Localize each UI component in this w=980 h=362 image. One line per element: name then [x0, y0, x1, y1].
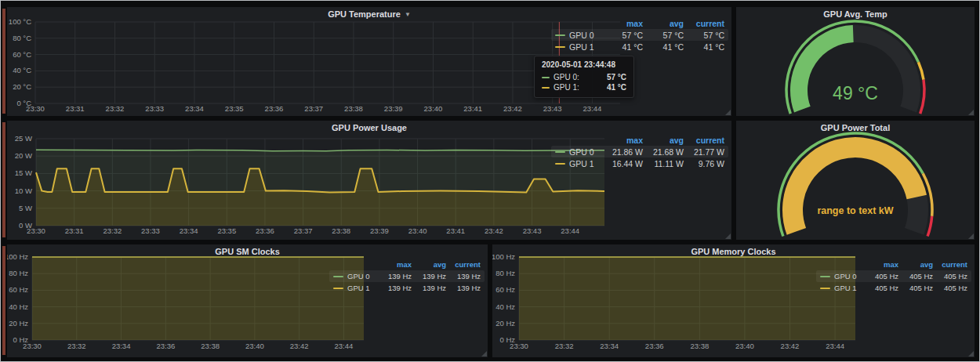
tooltip-series-value: 41 °C [599, 83, 626, 92]
x-tick-label: 23:40 [735, 342, 754, 350]
y-tick-label: 80 Hz [495, 269, 515, 277]
legend-stat-value: 21.86 W [602, 147, 643, 157]
gpu-power-total-gauge: range to text kW [736, 121, 975, 240]
series-color-marker [555, 163, 565, 165]
legend-row: GPU 116.44 W11.11 W9.76 W [551, 157, 728, 169]
x-tick-label: 23:43 [543, 104, 562, 113]
panel-title-gpu-sm-clocks[interactable]: GPU SM Clocks [7, 247, 488, 256]
series-color-marker [555, 46, 565, 48]
legend-stat-value: 41 °C [643, 42, 684, 52]
x-tick-label: 23:38 [344, 104, 363, 113]
legend-stat-value: 405 Hz [864, 272, 898, 281]
legend-stat-value: 139 Hz [377, 284, 412, 292]
panel-gpu-temperature: GPU Temperature▼ 0 °C20 °C40 °C60 °C80 °… [7, 7, 731, 116]
panel-gpu-power-usage: GPU Power Usage 0 W5 W10 W15 W20 W25 W23… [7, 121, 731, 240]
legend-stat-header[interactable]: current [446, 260, 481, 269]
series-color-marker [542, 87, 550, 89]
legend-stat-value: 405 Hz [864, 284, 898, 292]
x-tick-label: 23:43 [523, 226, 542, 235]
x-tick-label: 23:40 [424, 104, 443, 113]
legend-header-row: maxavgcurrent [329, 259, 485, 270]
legend-stat-header[interactable]: current [933, 260, 967, 269]
legend-stat-header[interactable]: avg [412, 260, 446, 269]
series-name: GPU 0 [569, 31, 594, 40]
gauge-threshold-ring [918, 62, 924, 80]
legend-stat-value: 9.76 W [684, 159, 724, 168]
legend-stat-header[interactable]: avg [898, 260, 933, 269]
legend-stat-header[interactable]: avg [643, 19, 684, 28]
legend-row: GPU 1139 Hz139 Hz139 Hz [329, 282, 485, 294]
gauge-value-text: range to text kW [817, 205, 893, 216]
legend-stat-value: 405 Hz [933, 284, 967, 292]
resize-handle[interactable] [725, 110, 731, 115]
panel-edge-indicator [2, 9, 5, 114]
gauge-value-arc [793, 147, 916, 231]
panel-title-gpu-power-total[interactable]: GPU Power Total [736, 123, 975, 132]
resize-handle[interactable] [725, 233, 731, 239]
panel-gpu-sm-clocks: GPU SM Clocks 0 Hz20 Hz40 Hz60 Hz80 Hz10… [7, 244, 488, 357]
legend-stat-header[interactable]: avg [643, 136, 684, 145]
x-tick-label: 23:39 [370, 226, 389, 235]
series-toggle[interactable]: GPU 1 [820, 284, 864, 292]
x-tick-label: 23:39 [384, 104, 403, 113]
legend-stat-value: 21.77 W [684, 147, 724, 157]
chevron-down-icon: ▼ [405, 11, 411, 18]
series-area [32, 257, 364, 340]
y-tick-label: 80 °C [13, 34, 31, 42]
legend-stat-header[interactable]: current [684, 19, 724, 28]
panel-title-gpu-memory-clocks[interactable]: GPU Memory Clocks [492, 247, 975, 256]
legend-stat-value: 139 Hz [412, 284, 446, 292]
series-name: GPU 1 [569, 42, 594, 52]
series-toggle[interactable]: GPU 0 [333, 272, 377, 281]
legend-stat-header[interactable]: max [864, 260, 898, 269]
x-tick-label: 23:31 [66, 104, 85, 113]
legend-stat-header[interactable]: max [602, 136, 643, 145]
x-tick-label: 23:40 [245, 342, 264, 350]
series-color-marker [333, 276, 343, 277]
series-toggle[interactable]: GPU 1 [555, 42, 602, 52]
series-toggle[interactable]: GPU 1 [555, 159, 602, 168]
series-color-marker [555, 34, 565, 36]
panel-title-text: GPU Power Usage [332, 123, 407, 132]
panel-title-gpu-avg-temp[interactable]: GPU Avg. Temp [736, 9, 975, 19]
resize-handle[interactable] [968, 233, 974, 239]
panel-title-text: GPU Memory Clocks [691, 247, 775, 256]
x-tick-label: 23:42 [485, 226, 503, 235]
resize-handle[interactable] [968, 351, 974, 357]
series-toggle[interactable]: GPU 0 [820, 272, 864, 281]
legend-stat-header[interactable]: max [602, 19, 643, 28]
legend-stat-header[interactable]: max [377, 260, 412, 269]
gpu-memory-clocks-legend: maxavgcurrentGPU 0405 Hz405 Hz405 HzGPU … [816, 259, 971, 294]
y-tick-label: 40 Hz [9, 302, 28, 311]
x-tick-label: 23:33 [141, 226, 160, 235]
x-tick-label: 23:42 [290, 342, 309, 350]
series-toggle[interactable]: GPU 0 [555, 31, 602, 40]
legend-stat-value: 405 Hz [933, 272, 967, 281]
x-tick-label: 23:30 [510, 342, 528, 350]
series-area [519, 257, 855, 340]
y-tick-label: 60 Hz [495, 285, 515, 294]
panel-title-text: GPU Avg. Temp [823, 9, 887, 19]
legend-stat-header[interactable]: current [684, 136, 724, 145]
legend-row: GPU 1405 Hz405 Hz405 Hz [816, 282, 971, 294]
gpu-avg-temp-gauge: 49 °C [736, 7, 975, 116]
x-tick-label: 23:32 [555, 342, 574, 350]
panel-title-gpu-power-usage[interactable]: GPU Power Usage [7, 123, 731, 132]
y-tick-label: 15 W [15, 168, 32, 177]
x-tick-label: 23:35 [225, 104, 244, 113]
x-tick-label: 23:44 [826, 342, 844, 350]
y-tick-label: 40 °C [13, 66, 31, 74]
x-tick-label: 23:36 [256, 226, 274, 235]
gauge-value-text: 49 °C [833, 83, 878, 103]
tooltip-series-row: GPU 1:41 °C [542, 82, 626, 92]
panel-title-text: GPU Temperature [328, 9, 401, 19]
x-tick-label: 23:30 [26, 104, 45, 113]
series-toggle[interactable]: GPU 0 [555, 147, 602, 157]
resize-handle[interactable] [968, 110, 974, 115]
series-toggle[interactable]: GPU 1 [333, 284, 377, 292]
panel-edge-indicator [2, 122, 5, 237]
series-color-marker [555, 151, 565, 153]
legend-stat-value: 139 Hz [446, 284, 481, 292]
resize-handle[interactable] [481, 351, 487, 357]
legend-header-row: maxavgcurrent [551, 134, 728, 146]
